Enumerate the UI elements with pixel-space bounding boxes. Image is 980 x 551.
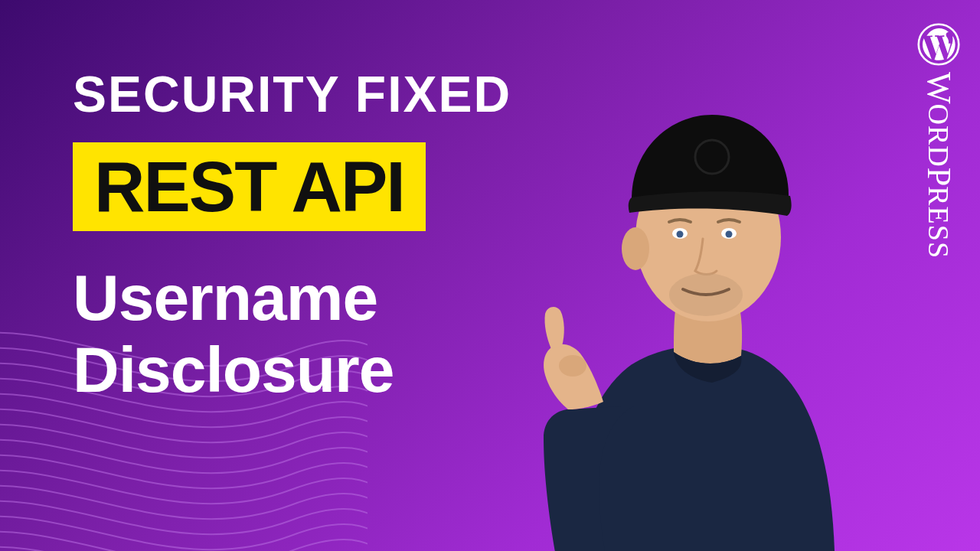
svg-point-7 xyxy=(669,273,743,316)
svg-point-4 xyxy=(721,228,737,239)
svg-point-1 xyxy=(622,227,649,270)
headline-eyebrow: SECURITY FIXED xyxy=(73,69,511,119)
svg-point-5 xyxy=(677,231,684,238)
svg-point-2 xyxy=(695,140,729,174)
headline-body-line1: Username xyxy=(73,262,377,334)
svg-point-6 xyxy=(726,231,733,238)
wordpress-logo: WORDPRESS xyxy=(917,23,960,259)
svg-point-3 xyxy=(672,228,688,239)
wordpress-wordmark-caps: W xyxy=(920,72,958,104)
svg-point-0 xyxy=(635,153,781,321)
wordpress-wordmark: WORDPRESS xyxy=(920,72,959,259)
presenter-photo xyxy=(482,61,911,551)
svg-point-8 xyxy=(559,355,586,377)
headline-body-line2: Disclosure xyxy=(73,334,394,406)
headline-body: Username Disclosure xyxy=(73,262,511,406)
headline-highlight: REST API xyxy=(73,142,426,231)
headline-block: SECURITY FIXED REST API Username Disclos… xyxy=(73,69,511,406)
wordpress-icon xyxy=(917,23,960,66)
